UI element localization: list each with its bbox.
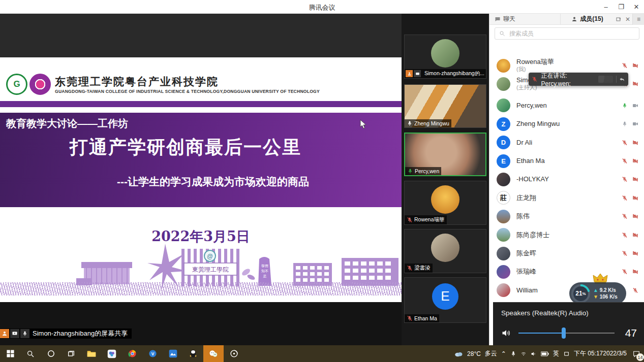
start-icon[interactable] bbox=[0, 345, 20, 362]
member-row[interactable]: -HOLYKAY bbox=[489, 170, 644, 188]
video-tile[interactable]: Zheng Mingwu bbox=[404, 84, 486, 128]
member-search-input[interactable] bbox=[508, 29, 635, 38]
member-row[interactable]: 莊庄龙翔 bbox=[489, 189, 644, 207]
tray-language[interactable]: 英 bbox=[551, 345, 561, 362]
mic-icon[interactable] bbox=[622, 103, 628, 109]
mic-icon[interactable] bbox=[622, 121, 628, 127]
voov-icon[interactable]: V bbox=[142, 345, 163, 362]
camera-icon[interactable] bbox=[632, 158, 638, 164]
chrome-icon[interactable] bbox=[122, 345, 142, 362]
speaking-toast-text: 正在讲话: Percy,wen; bbox=[541, 72, 596, 87]
video-tile-name: Zheng Mingwu bbox=[414, 120, 449, 126]
search-icon[interactable] bbox=[20, 345, 41, 362]
recorder-icon[interactable] bbox=[224, 345, 244, 362]
download-speed: 106 K/s bbox=[600, 294, 618, 300]
mic-icon[interactable] bbox=[407, 315, 413, 321]
slide-title-block: 教育教学大讨论——工作坊 打通产学研创商最后一公里 ---让学生的学习成果成为市… bbox=[0, 113, 402, 207]
taskview-icon[interactable] bbox=[61, 345, 81, 362]
slide-main-title: 打通产学研创商最后一公里 bbox=[0, 135, 371, 160]
member-row[interactable]: EEthan Ma bbox=[489, 152, 644, 170]
qq-icon[interactable] bbox=[183, 345, 203, 362]
close-button[interactable]: ✕ bbox=[629, 0, 644, 14]
speaker-icon[interactable] bbox=[501, 328, 511, 338]
weather-text[interactable]: 多云 bbox=[483, 345, 499, 362]
video-tile[interactable]: 梁書淩 bbox=[404, 229, 486, 273]
popout-icon[interactable] bbox=[614, 14, 623, 25]
campus-illustration: @ bbox=[0, 243, 402, 302]
presenter-icon bbox=[406, 70, 413, 77]
mic-icon[interactable] bbox=[622, 195, 628, 201]
mic-icon[interactable] bbox=[632, 287, 638, 293]
mic-icon[interactable] bbox=[407, 120, 413, 126]
svg-text:V: V bbox=[151, 351, 154, 356]
video-tile-name: Simon-zhangshibang的... bbox=[424, 70, 484, 77]
tray-battery-icon[interactable] bbox=[539, 345, 551, 362]
member-row[interactable]: 陈金晖 bbox=[489, 244, 644, 262]
wechat-icon[interactable] bbox=[203, 345, 224, 362]
panel-controls: ✕ ≡ bbox=[614, 14, 644, 25]
camera-icon[interactable] bbox=[632, 269, 638, 275]
camera-icon[interactable] bbox=[632, 62, 638, 69]
tab-members[interactable]: 成员(15) bbox=[561, 14, 614, 25]
video-tile[interactable]: Simon-zhangshibang的... bbox=[404, 35, 486, 79]
tray-date: 2022/3/5 bbox=[603, 350, 627, 357]
volume-slider-thumb[interactable] bbox=[562, 327, 566, 339]
mic-icon[interactable] bbox=[407, 265, 413, 271]
meeting-app-icon[interactable] bbox=[102, 345, 122, 362]
network-monitor-widget[interactable]: 21% ▲ 9.2 K/s ▼ 106 K/s bbox=[569, 282, 626, 305]
member-row[interactable]: 陈尚彦博士 bbox=[489, 226, 644, 244]
volume-slider[interactable] bbox=[518, 333, 615, 334]
docs-icon[interactable] bbox=[163, 345, 183, 362]
grass-strip bbox=[0, 282, 402, 295]
restore-button[interactable]: ❐ bbox=[614, 0, 629, 14]
camera-icon[interactable] bbox=[632, 81, 638, 87]
member-row[interactable]: 陈伟 bbox=[489, 207, 644, 225]
tray-wifi-icon[interactable] bbox=[518, 345, 529, 362]
mic-icon[interactable] bbox=[622, 213, 628, 219]
avatar bbox=[431, 234, 459, 262]
camera-icon[interactable] bbox=[632, 121, 638, 127]
video-tile[interactable]: EEthan Ma bbox=[404, 277, 486, 323]
tray-clock[interactable]: 下午 05:17 2022/3/5 bbox=[572, 345, 629, 362]
camera-icon[interactable] bbox=[632, 250, 638, 256]
mic-icon[interactable] bbox=[622, 158, 628, 164]
member-row[interactable]: ZZheng Mingwu bbox=[489, 115, 644, 133]
camera-icon[interactable] bbox=[632, 140, 638, 146]
touch-keyboard-icon[interactable] bbox=[561, 345, 572, 362]
explorer-icon[interactable] bbox=[81, 345, 102, 362]
panel-menu-icon[interactable]: ≡ bbox=[632, 14, 644, 25]
tray-expand-icon[interactable]: ⌃ bbox=[499, 345, 508, 362]
member-row[interactable]: Percy,wen bbox=[489, 96, 644, 115]
tab-chat[interactable]: 聊天 bbox=[489, 14, 561, 25]
mic-icon[interactable] bbox=[407, 217, 413, 223]
tray-mic-icon[interactable] bbox=[508, 345, 518, 362]
camera-icon[interactable] bbox=[632, 103, 638, 109]
mic-icon[interactable] bbox=[407, 168, 413, 174]
member-row[interactable]: DDr Ali bbox=[489, 134, 644, 152]
video-tile[interactable]: Percy,wen bbox=[404, 133, 486, 176]
mic-icon[interactable] bbox=[622, 140, 628, 146]
camera-icon[interactable] bbox=[632, 176, 638, 182]
weather-temp[interactable]: 28°C bbox=[465, 345, 483, 362]
mic-icon[interactable] bbox=[622, 176, 628, 182]
member-search[interactable] bbox=[495, 27, 639, 40]
minimize-button[interactable]: – bbox=[598, 0, 614, 14]
member-row[interactable]: 張瑞峰 bbox=[489, 262, 644, 281]
mic-icon[interactable] bbox=[622, 62, 628, 69]
cortana-icon[interactable] bbox=[41, 345, 61, 362]
camera-icon[interactable] bbox=[632, 195, 638, 201]
taskbar: V 28°C 多云 ⌃ 英 下午 05:17 2022/3/5 bbox=[0, 345, 644, 362]
mic-icon[interactable] bbox=[622, 232, 628, 238]
reply-arrow-icon[interactable] bbox=[619, 76, 625, 82]
tray-speaker-icon[interactable] bbox=[529, 345, 539, 362]
camera-icon[interactable] bbox=[632, 213, 638, 219]
camera-icon[interactable] bbox=[632, 232, 638, 238]
mic-icon[interactable] bbox=[622, 269, 628, 275]
weather-cloud-icon[interactable] bbox=[452, 345, 465, 362]
video-tile[interactable]: Rowena瑞華 bbox=[404, 181, 486, 225]
member-name: 張瑞峰 bbox=[516, 268, 536, 275]
action-center-icon[interactable]: 14 bbox=[629, 345, 644, 362]
screen-share-icon bbox=[10, 329, 19, 338]
panel-close-icon[interactable]: ✕ bbox=[623, 14, 632, 25]
mic-icon[interactable] bbox=[622, 250, 628, 256]
